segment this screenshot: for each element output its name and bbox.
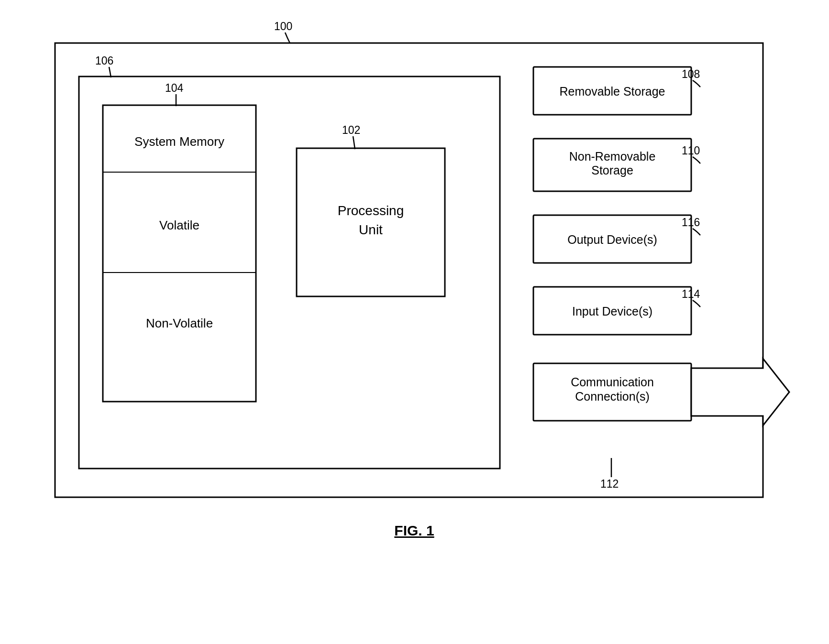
svg-text:116: 116	[682, 216, 700, 229]
svg-text:Storage: Storage	[591, 164, 633, 177]
svg-text:FIG. 1: FIG. 1	[394, 523, 434, 538]
svg-text:Volatile: Volatile	[159, 218, 199, 232]
svg-text:112: 112	[600, 478, 619, 490]
svg-text:Output Device(s): Output Device(s)	[567, 233, 657, 246]
svg-text:Input Device(s): Input Device(s)	[572, 305, 652, 318]
svg-text:114: 114	[682, 288, 700, 300]
svg-text:100: 100	[274, 20, 292, 33]
svg-text:Removable Storage: Removable Storage	[560, 85, 665, 98]
svg-text:106: 106	[95, 55, 113, 67]
svg-text:Unit: Unit	[359, 222, 383, 237]
svg-text:104: 104	[165, 82, 184, 94]
svg-text:Processing: Processing	[338, 203, 404, 218]
svg-text:System Memory: System Memory	[134, 134, 224, 149]
svg-text:Non-Volatile: Non-Volatile	[146, 316, 213, 330]
svg-text:102: 102	[342, 124, 360, 136]
svg-text:Connection(s): Connection(s)	[575, 390, 650, 403]
svg-text:108: 108	[682, 68, 700, 80]
svg-text:Non-Removable: Non-Removable	[569, 150, 656, 163]
svg-rect-13	[103, 105, 256, 402]
svg-text:Communication: Communication	[571, 375, 654, 389]
svg-text:110: 110	[682, 144, 700, 157]
